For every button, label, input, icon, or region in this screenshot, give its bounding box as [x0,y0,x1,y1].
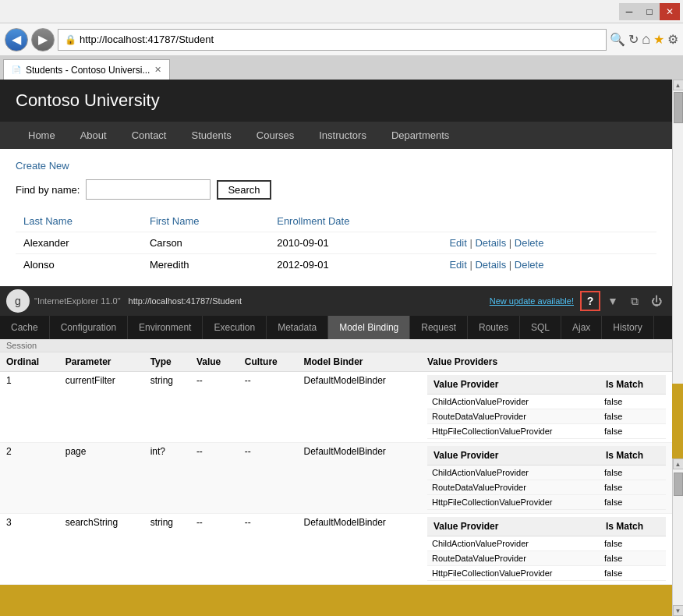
mb-ordinal-3: 3 [0,514,59,585]
tab-model-binding[interactable]: Model Binding [328,316,410,339]
minimize-button[interactable]: ─ [619,3,639,20]
vp-match: false [600,536,666,551]
details-link-0[interactable]: Details [475,237,506,249]
row-actions: Edit | Details | Delete [441,254,656,276]
student-enrollment-date: 2010-09-01 [269,232,441,254]
tab-metadata[interactable]: Metadata [267,316,328,339]
nav-instructors[interactable]: Instructors [306,122,379,149]
vp-match: false [600,566,666,581]
search-input[interactable] [86,179,211,200]
mb-binder-1: DefaultModelBinder [297,372,421,443]
browser-tabs: 📄 Students - Contoso Universi... ✕ [0,56,683,80]
glimpse-help-button[interactable]: ? [580,291,600,311]
tab-history[interactable]: History [602,316,653,339]
nav-home[interactable]: Home [16,122,68,149]
student-enrollment-date: 2012-09-01 [269,254,441,276]
tab-cache[interactable]: Cache [0,316,50,339]
vp-provider: RouteDataValueProvider [427,480,600,495]
mb-col-culture: Culture [239,352,298,372]
vp-match: false [600,551,666,566]
vp-provider: ChildActionValueProvider [427,466,600,480]
close-button[interactable]: ✕ [660,3,680,20]
student-first-name: Carson [142,232,269,254]
settings-icon[interactable]: ⚙ [667,32,678,47]
glimpse-scroll-up[interactable]: ▲ [673,458,684,469]
vp-header-provider: Value Provider [427,446,600,466]
mb-culture-1: -- [239,372,298,443]
student-last-name: Alonso [16,254,142,276]
col-first-name[interactable]: First Name [142,211,269,232]
edit-link-1[interactable]: Edit [449,259,466,271]
nav-about[interactable]: About [68,122,119,149]
mb-col-type: Type [144,352,190,372]
glimpse-scroll-thumb[interactable] [674,473,683,496]
mb-param-2: page [59,443,144,514]
student-table: Last Name First Name Enrollment Date Ale… [16,211,656,275]
table-row: Alonso Meredith 2012-09-01 Edit | Detail… [16,254,656,276]
maximize-button[interactable]: □ [639,3,660,20]
vp-match: false [600,409,666,424]
tab-routes[interactable]: Routes [468,316,520,339]
search-icon[interactable]: 🔍 [610,32,625,47]
mb-ordinal-1: 1 [0,372,59,443]
home-icon[interactable]: ⌂ [642,31,650,48]
tab-sql[interactable]: SQL [520,316,561,339]
col-last-name[interactable]: Last Name [16,211,142,232]
delete-link-0[interactable]: Delete [515,237,544,249]
glimpse-scroll-down[interactable]: ▼ [673,605,684,616]
edit-link-0[interactable]: Edit [449,237,466,249]
tab-execution[interactable]: Execution [203,316,267,339]
browser-scrollbar[interactable]: ▲ [672,80,683,384]
forward-button[interactable]: ▶ [31,28,55,51]
student-last-name: Alexander [16,232,142,254]
scroll-thumb[interactable] [674,92,683,123]
vp-header-match: Is Match [600,446,666,466]
nav-students[interactable]: Students [179,122,243,149]
vp-provider: ChildActionValueProvider [427,536,600,551]
details-link-1[interactable]: Details [475,259,506,271]
col-actions [441,211,656,232]
mb-value-1: -- [190,372,239,443]
nav-contact[interactable]: Contact [119,122,179,149]
create-new-link[interactable]: Create New [16,160,69,172]
mb-type-2: int? [144,443,190,514]
tab-environment[interactable]: Environment [128,316,203,339]
nav-departments[interactable]: Departments [379,122,462,149]
mb-row-1: 1 currentFilter string -- -- DefaultMode… [0,372,672,443]
back-button[interactable]: ◀ [5,28,28,51]
tab-ajax[interactable]: Ajax [561,316,602,339]
favorites-icon[interactable]: ★ [653,32,664,47]
glimpse-minimize-icon[interactable]: ▼ [603,292,622,310]
mb-param-3: searchString [59,514,144,585]
mb-binder-2: DefaultModelBinder [297,443,421,514]
mb-col-vp: Value Providers [421,352,672,372]
glimpse-popout-icon[interactable]: ⧉ [625,292,644,310]
mb-vp-2: Value Provider Is Match ChildActionValue… [421,443,672,514]
delete-link-1[interactable]: Delete [515,259,544,271]
glimpse-scrollbar[interactable]: ▲ ▼ [672,458,683,616]
mb-col-binder: Model Binder [297,352,421,372]
tab-favicon: 📄 [12,65,21,74]
vp-row: HttpFileCollectionValueProvider false [427,424,666,439]
search-button[interactable]: Search [217,180,271,200]
tab-request[interactable]: Request [410,316,468,339]
mb-culture-2: -- [239,443,298,514]
url-input[interactable] [80,34,600,45]
mb-col-value: Value [190,352,239,372]
vp-provider: HttpFileCollectionValueProvider [427,424,600,439]
mb-row-2: 2 page int? -- -- DefaultModelBinder Val… [0,443,672,514]
tab-close-button[interactable]: ✕ [154,65,161,75]
tab-configuration[interactable]: Configuration [50,316,128,339]
col-enrollment-date[interactable]: Enrollment Date [269,211,441,232]
vp-row: HttpFileCollectionValueProvider false [427,495,666,510]
glimpse-power-icon[interactable]: ⏻ [647,292,666,310]
glimpse-update-link[interactable]: New update available! [254,296,574,306]
browser-tab[interactable]: 📄 Students - Contoso Universi... ✕ [3,59,170,80]
nav-courses[interactable]: Courses [244,122,306,149]
mb-ordinal-2: 2 [0,443,59,514]
glimpse-tabs: Cache Configuration Environment Executio… [0,316,672,339]
refresh-icon[interactable]: ↻ [628,32,639,47]
mb-col-parameter: Parameter [59,352,144,372]
glimpse-ie-label: "InternetExplorer 11.0" [34,296,121,306]
scroll-up-arrow[interactable]: ▲ [673,80,684,90]
